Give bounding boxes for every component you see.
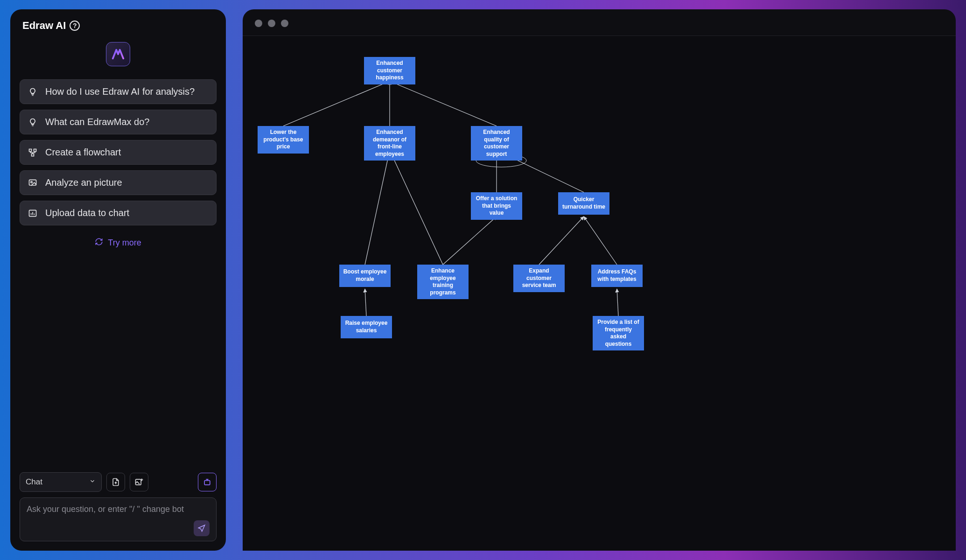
diagram-node[interactable]: Provide a list of frequently asked quest… [593, 316, 644, 350]
diagram-node[interactable]: Enhanced quality of customer support [471, 126, 522, 161]
refresh-icon [95, 238, 103, 248]
window-titlebar [243, 9, 956, 36]
sidebar-header: Edraw AI ? [20, 20, 217, 32]
suggestion-edrawmax[interactable]: What can EdrawMax do? [20, 110, 217, 134]
diagram-node[interactable]: Address FAQs with templates [591, 265, 643, 287]
help-icon[interactable]: ? [70, 21, 80, 31]
suggestion-label: How do I use Edraw AI for analysis? [45, 86, 195, 97]
window-dot [268, 20, 275, 27]
svg-line-19 [365, 289, 366, 316]
try-more-label: Try more [108, 238, 141, 248]
suggestion-upload-chart[interactable]: Upload data to chart [20, 201, 217, 225]
flowchart-icon [28, 147, 38, 158]
diagram-node[interactable]: Enhance employee training programs [417, 265, 469, 299]
diagram-node[interactable]: Raise employee salaries [341, 316, 392, 338]
suggestion-label: Upload data to chart [45, 208, 129, 218]
sidebar-title: Edraw AI [22, 20, 66, 32]
bot-button[interactable] [198, 473, 217, 491]
diagram-node[interactable]: Enhanced demeanor of front-line employee… [364, 126, 415, 161]
chart-icon [28, 208, 38, 218]
app-root: Edraw AI ? How do I use Edraw AI for ana… [10, 9, 956, 551]
suggestion-analysis[interactable]: How do I use Edraw AI for analysis? [20, 79, 217, 104]
diagram-node[interactable]: Offer a solution that brings value [471, 192, 522, 220]
svg-line-9 [283, 81, 390, 126]
suggestion-flowchart[interactable]: Create a flowchart [20, 140, 217, 165]
diagram-node[interactable]: Lower the product's base price [258, 126, 309, 154]
svg-rect-1 [34, 149, 36, 151]
svg-rect-7 [204, 481, 210, 485]
image-icon [28, 178, 38, 188]
svg-line-16 [443, 217, 497, 265]
svg-line-18 [584, 217, 617, 265]
document-upload-button[interactable] [106, 473, 125, 491]
prompt-placeholder: Ask your question, or enter "/ " change … [27, 504, 210, 520]
mode-select-value: Chat [26, 477, 42, 487]
chevron-down-icon [89, 477, 96, 487]
svg-line-20 [617, 289, 618, 316]
svg-line-17 [539, 217, 584, 265]
diagram-node[interactable]: Enhanced customer happiness [364, 57, 415, 84]
suggestion-label: Analyze an picture [45, 177, 122, 188]
svg-line-15 [390, 150, 443, 265]
suggestion-list: How do I use Edraw AI for analysis? What… [20, 79, 217, 225]
svg-line-11 [390, 81, 497, 126]
canvas-panel: Enhanced customer happinessLower the pro… [243, 9, 956, 551]
send-button[interactable] [194, 520, 210, 536]
bulb-icon [28, 87, 38, 97]
app-logo [106, 42, 130, 66]
window-dot [281, 20, 288, 27]
diagram-node[interactable]: Quicker turnaround time [558, 192, 609, 215]
svg-rect-0 [29, 149, 32, 151]
ai-sidebar: Edraw AI ? How do I use Edraw AI for ana… [10, 9, 226, 551]
image-add-button[interactable] [130, 473, 148, 491]
try-more-button[interactable]: Try more [20, 238, 217, 248]
suggestion-analyze-picture[interactable]: Analyze an picture [20, 170, 217, 195]
bulb-icon [28, 117, 38, 127]
prompt-input[interactable]: Ask your question, or enter "/ " change … [20, 497, 217, 541]
svg-rect-2 [32, 154, 34, 156]
svg-point-4 [31, 181, 32, 182]
diagram-node[interactable]: Expand customer service team [513, 265, 565, 292]
mode-select[interactable]: Chat [20, 472, 102, 492]
svg-line-14 [365, 150, 390, 265]
window-dot [255, 20, 262, 27]
diagram-node[interactable]: Boost employee morale [339, 265, 391, 287]
suggestion-label: Create a flowchart [45, 147, 121, 158]
input-toolbar: Chat [20, 472, 217, 492]
diagram-canvas[interactable]: Enhanced customer happinessLower the pro… [243, 36, 956, 551]
suggestion-label: What can EdrawMax do? [45, 117, 149, 127]
